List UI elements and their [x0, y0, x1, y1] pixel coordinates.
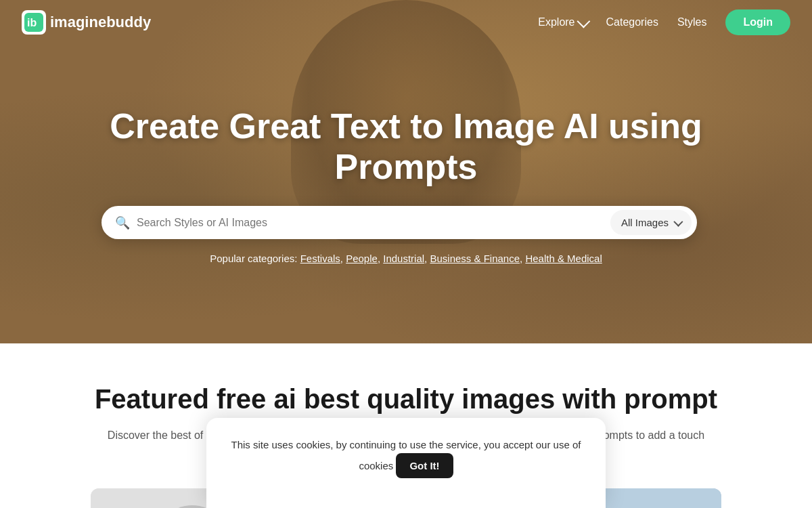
navbar: ib imaginebuddy Explore Categories Style… — [0, 0, 812, 45]
nav-links: Explore Categories Styles Login — [538, 9, 790, 35]
hero-title: Create Great Text to Image AI using Prom… — [102, 106, 710, 188]
logo-text: imaginebuddy — [50, 14, 151, 31]
hero-content: Create Great Text to Image AI using Prom… — [88, 106, 724, 265]
nav-categories[interactable]: Categories — [606, 16, 658, 28]
search-bar: 🔍 All Images — [102, 206, 697, 239]
hero-section: Create Great Text to Image AI using Prom… — [0, 0, 812, 343]
search-icon: 🔍 — [115, 215, 130, 230]
cookie-message: This site uses cookies, by continuing to… — [231, 437, 581, 478]
logo-link[interactable]: ib imaginebuddy — [22, 10, 151, 35]
featured-title: Featured free ai best quality images wit… — [14, 384, 798, 415]
category-health[interactable]: Health & Medical — [525, 253, 602, 264]
nav-styles[interactable]: Styles — [677, 16, 707, 28]
login-button[interactable]: Login — [725, 9, 790, 35]
dropdown-label: All Images — [621, 217, 669, 228]
dropdown-chevron-icon — [673, 217, 683, 226]
search-input[interactable] — [137, 217, 610, 229]
filter-dropdown[interactable]: All Images — [610, 210, 692, 235]
cookie-banner: This site uses cookies, by continuing to… — [206, 418, 606, 508]
svg-text:ib: ib — [27, 17, 37, 28]
explore-chevron-icon — [577, 15, 590, 28]
got-it-button[interactable]: Got It! — [396, 453, 453, 478]
category-industrial[interactable]: Industrial — [383, 253, 424, 264]
logo-icon: ib — [22, 10, 46, 35]
category-people[interactable]: People — [346, 253, 378, 264]
category-festivals[interactable]: Festivals — [300, 253, 340, 264]
category-business[interactable]: Business & Finance — [430, 253, 520, 264]
nav-explore[interactable]: Explore — [538, 16, 587, 28]
popular-categories: Popular categories: Festivals, People, I… — [102, 253, 710, 264]
